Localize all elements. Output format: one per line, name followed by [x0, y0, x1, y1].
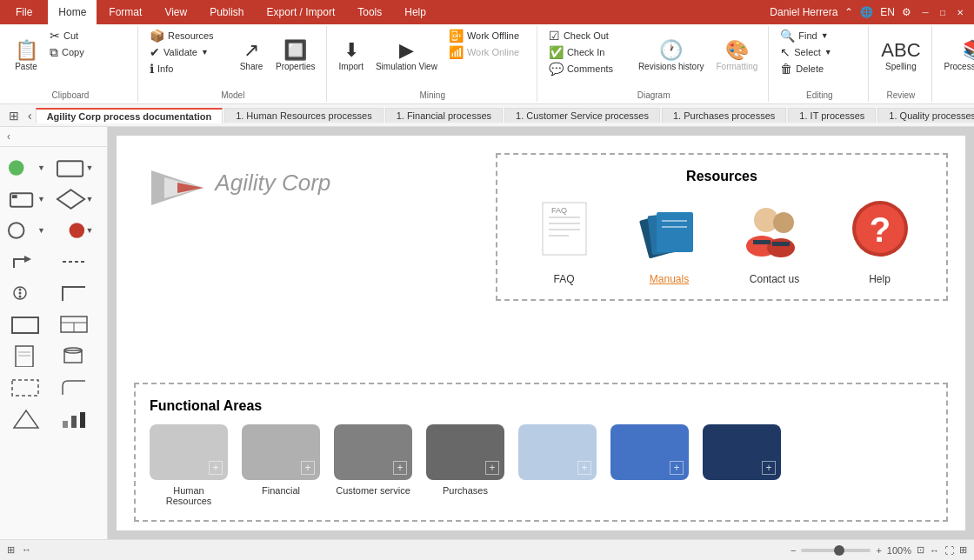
select-button[interactable]: ↖ Select ▼	[776, 44, 863, 60]
shape-rounded-corner[interactable]	[56, 373, 94, 401]
func-box-financial[interactable]: +	[242, 424, 320, 480]
shape-circle-green[interactable]: ▼	[7, 154, 45, 182]
resources-button[interactable]: 📦 Resources	[145, 28, 232, 43]
panel-toggle-btn[interactable]: ‹	[7, 130, 10, 143]
shape-document[interactable]	[7, 342, 45, 370]
func-item-financial[interactable]: + Financial	[242, 424, 320, 496]
fit-page-button[interactable]: ⊡	[917, 544, 924, 556]
shape-circle-red[interactable]: ▼	[56, 217, 94, 244]
work-online-button[interactable]: 📶 Work Online	[444, 44, 531, 60]
func-item-7[interactable]: +	[703, 424, 781, 485]
func-item-customer-service[interactable]: + Customer service	[334, 424, 412, 496]
shape-bar-chart[interactable]	[56, 404, 94, 432]
shape-dashed-rect[interactable]	[7, 373, 45, 401]
import-button[interactable]: ⬇ Import	[334, 28, 369, 83]
info-button[interactable]: ℹ Info	[145, 61, 232, 77]
tab-view[interactable]: View	[154, 0, 197, 24]
shape-dashed-line[interactable]	[56, 248, 94, 276]
shape-diamond[interactable]: ▼	[56, 185, 94, 213]
status-icon-grid[interactable]: ⊞	[7, 544, 15, 556]
cut-button[interactable]: ✂ Cut	[45, 28, 132, 43]
shape-arrow-bent[interactable]	[7, 248, 45, 276]
expand-icon[interactable]: ⌃	[844, 6, 853, 18]
share-button[interactable]: ↗ Share	[234, 28, 269, 83]
maximize-button[interactable]: □	[936, 5, 950, 19]
properties-button[interactable]: 🔲 Properties	[270, 28, 321, 83]
func-box-6[interactable]: +	[610, 424, 689, 480]
doc-tab-home[interactable]: Agility Corp process documentation	[36, 108, 223, 123]
check-in-button[interactable]: ✅ Check In	[544, 44, 631, 60]
func-box-customer-service[interactable]: +	[334, 424, 412, 480]
doc-tab-purchases[interactable]: 1. Purchases processes	[662, 108, 786, 123]
status-icon-arrows[interactable]: ↔	[22, 544, 31, 556]
canvas-area[interactable]: Agility Corp Resources	[108, 127, 974, 539]
simulation-view-button[interactable]: ▶ Simulation View	[370, 28, 443, 83]
fit-width-button[interactable]: ↔	[930, 545, 939, 556]
validate-button[interactable]: ✔ Validate ▼	[145, 44, 232, 60]
func-item-hr[interactable]: + Human Resources	[150, 424, 228, 506]
main-area: ‹ ▼ ▼ ▼ ▼ ▼	[0, 127, 974, 539]
resource-faq[interactable]: FAQ FAQ	[521, 198, 608, 285]
work-offline-button[interactable]: 📴 Work Offline	[444, 28, 531, 43]
settings-icon[interactable]: ⚙	[902, 6, 911, 18]
formatting-button[interactable]: 🎨 Formatting	[710, 28, 763, 83]
shape-table[interactable]	[56, 310, 94, 338]
shape-circle-dots[interactable]	[7, 279, 45, 307]
tab-home[interactable]: Home	[48, 0, 97, 24]
hr-label: Human Resources	[150, 485, 228, 506]
tab-publish[interactable]: Publish	[199, 0, 254, 24]
tab-prev-button[interactable]: ‹	[24, 107, 36, 124]
func-box-hr[interactable]: +	[150, 424, 228, 480]
file-button[interactable]: File	[7, 0, 41, 24]
layout-button[interactable]: ⊞	[959, 544, 967, 556]
shape-database[interactable]: ▼	[7, 185, 45, 213]
check-out-button[interactable]: ☑ Check Out	[544, 28, 631, 43]
tab-format[interactable]: Format	[98, 0, 152, 24]
func-box-5[interactable]: +	[518, 424, 597, 480]
zoom-slider[interactable]	[801, 549, 871, 552]
doc-tab-customer-service[interactable]: 1. Customer Service processes	[504, 108, 660, 123]
spelling-button[interactable]: ABC Spelling	[876, 28, 925, 83]
doc-tab-it[interactable]: 1. IT processes	[788, 108, 876, 123]
revisions-button[interactable]: 🕐 Revisions history	[633, 28, 710, 83]
minimize-button[interactable]: ─	[918, 5, 932, 19]
shape-circle-outline[interactable]: ▼	[7, 217, 45, 244]
financial-plus-icon: +	[301, 461, 315, 475]
doc-tab-financial[interactable]: 1. Financial processes	[385, 108, 503, 123]
resource-help[interactable]: ? Help	[837, 198, 924, 285]
doc-tab-hr[interactable]: 1. Human Resources processes	[224, 108, 384, 123]
shape-rectangle[interactable]: ▼	[56, 154, 94, 182]
tab-tools[interactable]: Tools	[347, 0, 392, 24]
shape-corner[interactable]	[56, 279, 94, 307]
tab-export-import[interactable]: Export / Import	[257, 0, 346, 24]
resources-items: FAQ FAQ	[511, 198, 932, 285]
close-button[interactable]: ✕	[953, 5, 967, 19]
zoom-out-button[interactable]: −	[791, 545, 796, 556]
lang-icon[interactable]: 🌐	[860, 6, 873, 18]
find-button[interactable]: 🔍 Find ▼	[776, 28, 863, 43]
help-icon: ?	[850, 198, 911, 266]
tab-help[interactable]: Help	[394, 0, 437, 24]
shape-rectangle-outline[interactable]	[7, 310, 45, 338]
tab-home-icon[interactable]: ⊞	[3, 107, 24, 124]
resource-manuals[interactable]: Manuals	[626, 198, 713, 285]
fullscreen-button[interactable]: ⛶	[944, 545, 954, 556]
resource-contact[interactable]: Contact us	[731, 198, 818, 285]
func-item-6[interactable]: +	[610, 424, 689, 485]
comments-button[interactable]: 💬 Comments	[544, 61, 631, 77]
copy-button[interactable]: ⧉ Copy	[45, 44, 132, 60]
shape-triangle[interactable]	[7, 404, 45, 432]
func-box-7[interactable]: +	[703, 424, 781, 480]
doc-tab-quality[interactable]: 1. Quality processes	[877, 108, 974, 123]
delete-button[interactable]: 🗑 Delete	[776, 61, 863, 77]
zoom-thumb[interactable]	[834, 545, 844, 556]
func-item-5[interactable]: +	[518, 424, 597, 485]
ribbon-group-review: ABC Spelling Review	[871, 26, 931, 102]
process-library-button[interactable]: 📚 Process Library	[939, 28, 974, 83]
zoom-in-button[interactable]: +	[876, 545, 881, 556]
func-box-purchases[interactable]: +	[426, 424, 504, 480]
shape-cylinder[interactable]	[56, 342, 94, 370]
paste-button[interactable]: 📋 Paste	[9, 28, 43, 83]
func-item-purchases[interactable]: + Purchases	[426, 424, 504, 496]
resources-icon: 📦	[150, 30, 164, 42]
